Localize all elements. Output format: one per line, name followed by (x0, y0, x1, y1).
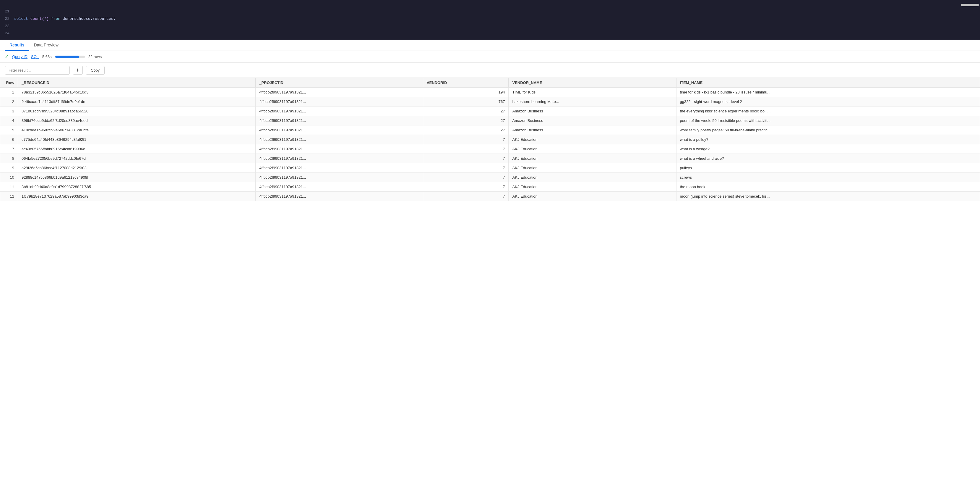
cell-resourceid: 78a32139c06551626a71f84a545c10d3 (18, 88, 256, 97)
cell-itemname: time for kids - k-1 basic bundle - 28 is… (676, 88, 980, 97)
cell-row-num: 3 (0, 107, 18, 116)
col-header-itemname: ITEM_NAME (676, 78, 980, 88)
cell-row-num: 12 (0, 192, 18, 201)
cell-vendorid: 7 (423, 192, 509, 201)
cell-resourceid: 3b81db99d40a8d0b1d79998728827f685 (18, 182, 256, 192)
cell-projectid: 4ffbcb2f99031197a91321... (256, 135, 423, 144)
sql-link[interactable]: SQL (31, 54, 39, 59)
cell-row-num: 9 (0, 163, 18, 173)
table-header-row: Row _RESOURCEID _PROJECTID VENDORID VEND… (0, 78, 980, 88)
cell-itemname: what is a pulley? (676, 135, 980, 144)
cell-vendorid: 7 (423, 154, 509, 163)
cell-resourceid: 92888c147c6866b01d9a61219c84908f (18, 173, 256, 182)
table-row: 2f446caadf1c4113dff87d69de7d9e1de4ffbcb2… (0, 97, 980, 107)
cell-row-num: 7 (0, 144, 18, 154)
cell-row-num: 4 (0, 116, 18, 125)
tab-results[interactable]: Results (5, 40, 29, 51)
cell-itemname: word family poetry pages: 50 fill-in-the… (676, 125, 980, 135)
filter-input[interactable] (5, 66, 70, 75)
copy-button[interactable]: Copy (86, 66, 105, 75)
cell-resourceid: 371d01ddf7b953284c08b91abca56520 (18, 107, 256, 116)
cell-projectid: 4ffbcb2f99031197a91321... (256, 116, 423, 125)
cell-projectid: 4ffbcb2f99031197a91321... (256, 154, 423, 163)
cell-row-num: 8 (0, 154, 18, 163)
cell-itemname: the everything kids' science experiments… (676, 107, 980, 116)
code-line-24: 24 (0, 30, 980, 37)
table-row: 9a29f26a5cb86bee4f1127088d2129f034ffbcb2… (0, 163, 980, 173)
progress-bar (55, 56, 85, 58)
cell-vendorid: 7 (423, 163, 509, 173)
cell-vendorid: 27 (423, 107, 509, 116)
cell-projectid: 4ffbcb2f99031197a91321... (256, 144, 423, 154)
cell-row-num: 6 (0, 135, 18, 144)
cell-row-num: 1 (0, 88, 18, 97)
cell-vendorname: AKJ Education (509, 163, 676, 173)
query-id-link[interactable]: Query ID (12, 54, 27, 59)
cell-vendorid: 7 (423, 182, 509, 192)
cell-vendorid: 7 (423, 173, 509, 182)
tabs-bar: Results Data Preview (0, 40, 980, 51)
cell-vendorid: 27 (423, 125, 509, 135)
cell-itemname: gg322 - sight-word magnets - level 2 (676, 97, 980, 107)
cell-row-num: 10 (0, 173, 18, 182)
download-button[interactable]: ⬇ (73, 65, 83, 75)
cell-vendorname: Lakeshore Learning Mate... (509, 97, 676, 107)
results-table-container: Row _RESOURCEID _PROJECTID VENDORID VEND… (0, 78, 980, 201)
cell-projectid: 4ffbcb2f99031197a91321... (256, 88, 423, 97)
cell-resourceid: f446caadf1c4113dff87d69de7d9e1de (18, 97, 256, 107)
tab-data-preview[interactable]: Data Preview (29, 40, 63, 51)
cell-vendorid: 194 (423, 88, 509, 97)
table-row: 3371d01ddf7b953284c08b91abca565204ffbcb2… (0, 107, 980, 116)
cell-vendorname: AKJ Education (509, 135, 676, 144)
cell-resourceid: 064fa5e272056be9d72742ddc0fe67cf (18, 154, 256, 163)
cell-vendorname: Amazon Business (509, 116, 676, 125)
cell-resourceid: 396bf76ece9dda62f3d20ed839ae4eed (18, 116, 256, 125)
cell-projectid: 4ffbcb2f99031197a91321... (256, 107, 423, 116)
table-row: 178a32139c06551626a71f84a545c10d34ffbcb2… (0, 88, 980, 97)
cell-itemname: screws (676, 173, 980, 182)
cell-resourceid: 419cdde1b9682599e6e67143312a8bfe (18, 125, 256, 135)
cell-vendorname: AKJ Education (509, 144, 676, 154)
progress-bar-fill (55, 56, 79, 58)
row-count: 22 rows (88, 54, 102, 59)
table-row: 8064fa5e272056be9d72742ddc0fe67cf4ffbcb2… (0, 154, 980, 163)
check-icon: ✓ (5, 54, 9, 59)
cell-projectid: 4ffbcb2f99031197a91321... (256, 97, 423, 107)
col-header-vendorid: VENDORID (423, 78, 509, 88)
code-editor: 21 22 select count(*) from donorschoose.… (0, 0, 980, 40)
table-row: 4396bf76ece9dda62f3d20ed839ae4eed4ffbcb2… (0, 116, 980, 125)
table-row: 5419cdde1b9682599e6e67143312a8bfe4ffbcb2… (0, 125, 980, 135)
code-line-23: 23 (0, 23, 980, 30)
cell-vendorname: AKJ Education (509, 192, 676, 201)
query-time: 5.68s (42, 54, 52, 59)
cell-itemname: pulleys (676, 163, 980, 173)
cell-vendorname: AKJ Education (509, 154, 676, 163)
cell-vendorname: TIME for Kids (509, 88, 676, 97)
cell-vendorname: AKJ Education (509, 173, 676, 182)
cell-row-num: 5 (0, 125, 18, 135)
table-row: 113b81db99d40a8d0b1d79998728827f6854ffbc… (0, 182, 980, 192)
col-header-resourceid: _RESOURCEID (18, 78, 256, 88)
cell-resourceid: a29f26a5cb86bee4f1127088d2129f03 (18, 163, 256, 173)
download-icon: ⬇ (76, 68, 80, 72)
cell-projectid: 4ffbcb2f99031197a91321... (256, 192, 423, 201)
results-toolbar: ✓ Query ID SQL 5.68s 22 rows (0, 51, 980, 63)
table-row: 7ac49e05756ffbbb8916e4fcaf619996e4ffbcb2… (0, 144, 980, 154)
table-row: 1092888c147c6866b01d9a61219c84908f4ffbcb… (0, 173, 980, 182)
cell-projectid: 4ffbcb2f99031197a91321... (256, 182, 423, 192)
cell-resourceid: ac49e05756ffbbb8916e4fcaf619996e (18, 144, 256, 154)
scrollbar-thumb[interactable] (961, 4, 979, 6)
cell-vendorid: 7 (423, 144, 509, 154)
cell-itemname[interactable]: poem of the week: 50 irresistible poems … (676, 116, 980, 125)
table-row: 6c775de64a40fd443b8649294c3fa92f14ffbcb2… (0, 135, 980, 144)
table-row: 121fc79b18e7137629a587ab99903d3ca94ffbcb… (0, 192, 980, 201)
col-header-projectid: _PROJECTID (256, 78, 423, 88)
code-line-22: 22 select count(*) from donorschoose.res… (0, 15, 980, 23)
cell-row-num: 2 (0, 97, 18, 107)
cell-resourceid: 1fc79b18e7137629a587ab99903d3ca9 (18, 192, 256, 201)
cell-resourceid: c775de64a40fd443b8649294c3fa92f1 (18, 135, 256, 144)
cell-vendorname: AKJ Education (509, 182, 676, 192)
col-header-row: Row (0, 78, 18, 88)
cell-itemname: what is a wheel and axle? (676, 154, 980, 163)
cell-vendorid: 27 (423, 116, 509, 125)
